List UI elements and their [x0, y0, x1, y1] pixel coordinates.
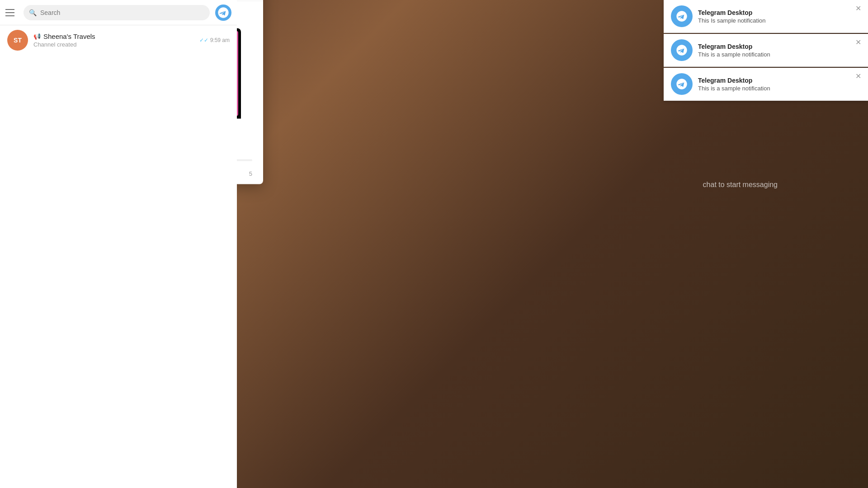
notification-toast-2: Telegram Desktop This is a sample notifi… [664, 34, 868, 67]
chat-info: 📢 Sheena's Travels Channel created [33, 33, 194, 48]
chat-time-value: 9:59 am [210, 37, 230, 43]
notification-content-1: Telegram Desktop This Is sample notifica… [698, 9, 861, 24]
telegram-notification-icon-1 [671, 5, 693, 27]
notification-title-1: Telegram Desktop [698, 9, 861, 16]
search-box[interactable]: 🔍 [24, 5, 210, 20]
chat-preview: Channel created [33, 41, 194, 48]
notifications-panel: Telegram Desktop This Is sample notifica… [664, 0, 868, 101]
notification-toast-1: Telegram Desktop This Is sample notifica… [664, 0, 868, 33]
chat-name: 📢 Sheena's Travels [33, 33, 194, 40]
check-icon: ✓✓ [199, 37, 210, 43]
avatar: ST [7, 30, 28, 51]
hamburger-menu-button[interactable] [5, 6, 18, 19]
telegram-notification-icon-3 [671, 73, 693, 95]
search-input[interactable] [40, 9, 204, 16]
notification-title-2: Telegram Desktop [698, 43, 861, 50]
sidebar: 🔍 ST 📢 Sheena's Travels Channel created … [0, 0, 237, 488]
chat-meta: ✓✓ 9:59 am [199, 37, 230, 43]
notification-text-1: This Is sample notification [698, 17, 861, 24]
notification-content-3: Telegram Desktop This is a sample notifi… [698, 77, 861, 92]
notification-close-3[interactable]: ✕ [854, 71, 863, 80]
telegram-logo [215, 5, 231, 21]
notification-content-2: Telegram Desktop This is a sample notifi… [698, 43, 861, 58]
notification-text-2: This is a sample notification [698, 51, 861, 58]
notification-close-1[interactable]: ✕ [854, 4, 863, 13]
notification-text-3: This is a sample notification [698, 85, 861, 92]
select-chat-message: chat to start messaging [703, 181, 778, 189]
search-icon: 🔍 [29, 9, 37, 16]
notification-close-2[interactable]: ✕ [854, 38, 863, 47]
notification-toast-3: Telegram Desktop This is a sample notifi… [664, 68, 868, 101]
notification-title-3: Telegram Desktop [698, 77, 861, 84]
count-5[interactable]: 5 [249, 170, 252, 177]
chat-item-sheenas-travels[interactable]: ST 📢 Sheena's Travels Channel created ✓✓… [0, 25, 237, 55]
telegram-notification-icon-2 [671, 39, 693, 61]
sidebar-header: 🔍 [0, 0, 237, 25]
